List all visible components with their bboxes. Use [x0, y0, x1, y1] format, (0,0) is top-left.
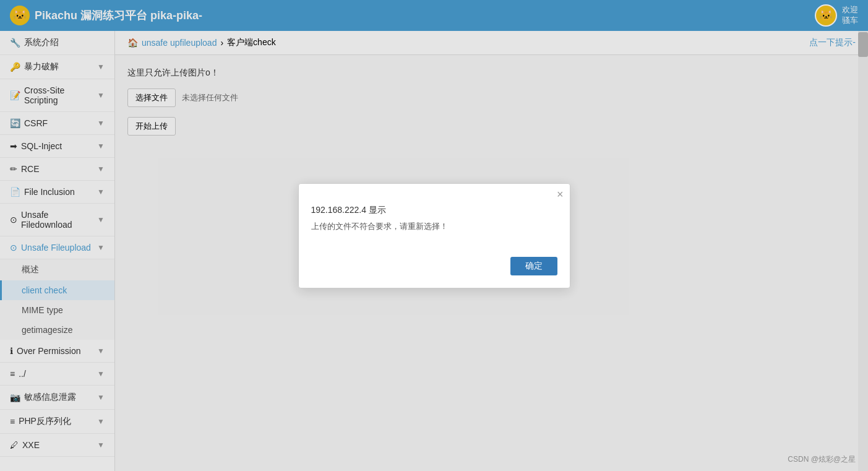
dialog-overlay: × 192.168.222.4 显示 上传的文件不符合要求，请重新选择！ 确定	[0, 0, 868, 471]
dialog-title: 192.168.222.4 显示	[311, 205, 557, 216]
dialog-header: ×	[299, 184, 570, 202]
dialog-body: 192.168.222.4 显示 上传的文件不符合要求，请重新选择！	[299, 202, 570, 257]
dialog-confirm-button[interactable]: 确定	[510, 257, 557, 275]
dialog-close-button[interactable]: ×	[557, 189, 564, 200]
dialog-footer: 确定	[299, 257, 570, 288]
dialog-message: 上传的文件不符合要求，请重新选择！	[311, 221, 557, 232]
dialog: × 192.168.222.4 显示 上传的文件不符合要求，请重新选择！ 确定	[298, 183, 570, 288]
